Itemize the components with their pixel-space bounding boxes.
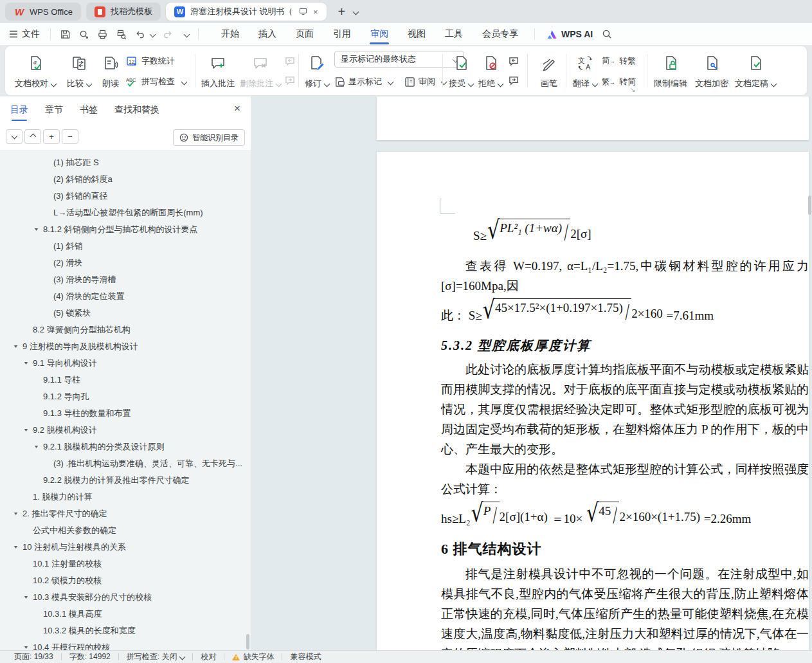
encrypt-document-button[interactable]: 文档加密	[692, 46, 732, 95]
file-menu-button[interactable]: 文件	[0, 28, 48, 40]
finalize-document-button[interactable]: 文档定稿	[733, 46, 778, 95]
proofread-button[interactable]: 校对	[193, 651, 224, 662]
menu-item[interactable]: 审阅	[361, 23, 398, 45]
menu-item[interactable]: 视图	[398, 23, 435, 45]
toc-item[interactable]: ▼ (2) 滑块	[0, 255, 251, 271]
toc-item[interactable]: ▼ 9.1.1 导柱	[0, 372, 251, 388]
toc-item[interactable]: ▼ 10 注射机与注射模具的关系	[0, 539, 251, 556]
reject-button[interactable]: 拒绝	[476, 46, 505, 95]
toc-expand-all-button[interactable]	[6, 129, 23, 144]
show-markup-button[interactable]: 显示标记	[348, 76, 382, 87]
toc-item[interactable]: ▼ 10.4 开模行程的校核	[0, 639, 251, 651]
page-indicator[interactable]: 页面: 19/33	[6, 651, 61, 662]
toc-item[interactable]: ▼ 1. 脱模力的计算	[0, 489, 251, 505]
menu-item[interactable]: 会员专享	[473, 23, 528, 45]
missing-font-warning[interactable]: 缺失字体	[224, 651, 282, 662]
track-changes-button[interactable]: 修订	[302, 46, 332, 95]
toc-item[interactable]: ▼ (2) 斜销的斜度a	[0, 171, 251, 188]
review-pane-button[interactable]: 审阅	[419, 76, 435, 87]
toc-item[interactable]: ▼ 10.3.1 模具高度	[0, 606, 251, 622]
close-tab-icon[interactable]: ×	[313, 8, 318, 16]
word-count-button[interactable]: 12 字数统计	[126, 54, 175, 68]
caret-down-icon[interactable]: ▼	[23, 428, 33, 433]
group-expand-icon[interactable]: ↘	[630, 86, 635, 93]
caret-down-icon[interactable]: ▼	[13, 344, 23, 349]
caret-down-icon[interactable]: ▼	[23, 361, 33, 366]
caret-down-icon[interactable]: ▼	[33, 444, 43, 450]
previous-change-icon[interactable]	[508, 57, 519, 69]
toc-zoom-in-button[interactable]: +	[43, 129, 60, 144]
toc-item[interactable]: ▼ (1) 抽芯距 S	[0, 154, 251, 171]
tab-docer-templates[interactable]: 找稻壳模板	[86, 3, 161, 21]
doc-proof-button[interactable]: a 文档校对	[12, 46, 59, 95]
toc-item[interactable]: ▼ 9.1 导向机构设计	[0, 355, 251, 372]
wps-ai-button[interactable]: WPS AI	[546, 29, 593, 39]
smart-toc-button[interactable]: 智能识别目录	[173, 129, 245, 146]
read-aloud-button[interactable]: 朗读	[96, 46, 125, 95]
sidebar-tab[interactable]: 查找和替换	[114, 96, 159, 123]
toc-item[interactable]: ▼ 2. 推出零件尺寸的确定	[0, 505, 251, 522]
menu-item[interactable]: 工具	[435, 23, 473, 45]
sidebar-tab[interactable]: 章节	[45, 96, 63, 123]
toc-item[interactable]: ▼ 9.2 脱模机构设计	[0, 422, 251, 439]
page-current[interactable]: S≥ √PL²₁ (1+wα)/2[σ] 查表得 W=0.197, α=L₁/L…	[377, 152, 809, 660]
menu-item[interactable]: 页面	[286, 23, 323, 45]
caret-down-icon[interactable]: ▼	[13, 511, 23, 516]
menu-item[interactable]: 引用	[323, 23, 361, 45]
print-preview-icon[interactable]	[116, 29, 127, 40]
tab-wps-office[interactable]: W WPS Office	[5, 3, 81, 21]
caret-down-icon[interactable]: ▼	[13, 545, 23, 550]
menu-item[interactable]: 开始	[212, 23, 249, 45]
sidebar-scrollbar-thumb[interactable]	[246, 634, 249, 649]
toc-item[interactable]: ▼ (5) 锁紧块	[0, 305, 251, 322]
tab-document-active[interactable]: W 滑塞注射模具设计 说明书（论 ×	[166, 3, 327, 21]
caret-down-icon[interactable]: ▼	[33, 227, 43, 232]
toc-item[interactable]: ▼ 10.1 注射量的校核	[0, 556, 251, 572]
caret-down-icon[interactable]: ▼	[23, 645, 33, 650]
toc-item[interactable]: ▼ (1) 斜销	[0, 238, 251, 255]
accept-button[interactable]: 接受	[446, 46, 476, 95]
toc-item[interactable]: ▼ 10.2 锁模力的校核	[0, 572, 251, 589]
toc-item[interactable]: ▼ 9 注射模的导向及脱模机构设计	[0, 338, 251, 355]
sidebar-tab[interactable]: 目录	[10, 96, 28, 123]
undo-icon[interactable]	[134, 29, 145, 40]
toc-item[interactable]: ▼ 9.2.2 脱模力的计算及推出零件尺寸确定	[0, 472, 251, 489]
save-icon[interactable]	[60, 29, 71, 40]
toc-item[interactable]: ▼ (3) 滑块的导滑槽	[0, 271, 251, 288]
document-scrollbar-thumb[interactable]	[808, 195, 811, 215]
toc-item[interactable]: ▼ (3) .推出机构运动要准确、灵活、可靠、无卡死与...	[0, 455, 251, 472]
caret-down-icon[interactable]: ▼	[23, 595, 33, 600]
new-tab-button[interactable]: +	[334, 5, 350, 19]
translate-button[interactable]: 文A 翻译	[570, 46, 600, 95]
toc-item[interactable]: ▼ 10.3.2 模具的长度和宽度	[0, 622, 251, 639]
toc-item[interactable]: ▼ 10.3 模具安装部分的尺寸的校核	[0, 589, 251, 606]
pen-button[interactable]: 画笔	[534, 46, 564, 95]
monitor-icon[interactable]	[299, 7, 307, 17]
toc-item[interactable]: ▼ 8.1.2 斜销侧向分型与抽芯机构的设计要点	[0, 221, 251, 238]
spell-check-button[interactable]: ABC 拼写检查	[126, 75, 186, 89]
compare-button[interactable]: 比较	[62, 46, 96, 95]
toc-item[interactable]: ▼ 9.1.2 导向孔	[0, 388, 251, 405]
close-sidebar-icon[interactable]: ×	[234, 103, 240, 114]
customize-toolbar-chevron-icon[interactable]	[184, 31, 190, 37]
tab-list-chevron-icon[interactable]	[353, 8, 359, 15]
print-icon[interactable]	[97, 29, 108, 40]
insert-comment-button[interactable]: 插入批注	[198, 46, 238, 95]
sidebar-tab[interactable]: 书签	[80, 96, 98, 123]
restrict-editing-button[interactable]: 限制编辑	[651, 46, 690, 95]
export-pdf-icon[interactable]	[78, 29, 89, 40]
compat-mode-indicator[interactable]: 兼容模式	[282, 651, 329, 662]
menu-item[interactable]: 插入	[249, 23, 286, 45]
spellcheck-status[interactable]: 拼写检查: 关闭	[119, 651, 193, 662]
toc-zoom-out-button[interactable]: −	[62, 129, 78, 144]
undo-history-chevron-icon[interactable]	[150, 31, 156, 37]
toc-item[interactable]: ▼ 公式中相关参数的确定	[0, 522, 251, 539]
toc-item[interactable]: ▼ (4) 滑块的定位装置	[0, 288, 251, 305]
toc-item[interactable]: ▼ (3) 斜销的直径	[0, 188, 251, 204]
markup-state-dropdown[interactable]: 显示标记的最终状态	[334, 51, 464, 68]
word-count-indicator[interactable]: 字数: 14992	[62, 651, 118, 662]
next-change-icon[interactable]	[508, 76, 519, 88]
search-icon[interactable]	[602, 29, 612, 39]
toc-collapse-all-button[interactable]	[24, 129, 41, 144]
simplified-to-traditional-button[interactable]: 简→ 转繁	[602, 54, 636, 68]
